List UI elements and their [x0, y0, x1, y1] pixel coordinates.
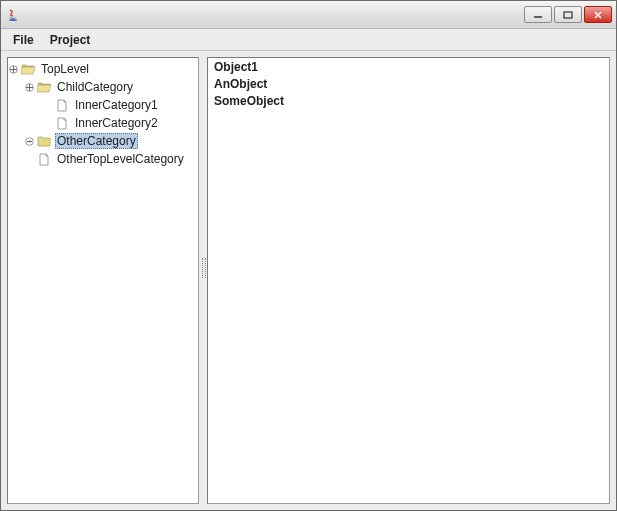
- tree-node-innercategory2[interactable]: InnerCategory2: [8, 114, 198, 132]
- tree-label: TopLevel: [39, 62, 91, 76]
- list-panel: Object1 AnObject SomeObject: [207, 57, 610, 504]
- tree-node-othertoplevelcategory[interactable]: OtherTopLevelCategory: [8, 150, 198, 168]
- expand-spacer: [42, 118, 52, 128]
- svg-rect-2: [564, 12, 572, 18]
- tree-label: OtherCategory: [55, 133, 138, 149]
- svg-point-0: [9, 19, 17, 21]
- close-button[interactable]: [584, 6, 612, 23]
- splitter[interactable]: [199, 57, 207, 504]
- expand-toggle[interactable]: [24, 82, 34, 92]
- expand-toggle[interactable]: [8, 64, 18, 74]
- list-item[interactable]: AnObject: [212, 77, 605, 94]
- folder-open-icon: [36, 80, 52, 94]
- tree-panel: TopLevel ChildCategory InnerCategory1: [7, 57, 199, 504]
- file-icon: [54, 98, 70, 112]
- menubar: File Project: [1, 29, 616, 51]
- tree-node-othercategory[interactable]: OtherCategory: [8, 132, 198, 150]
- tree-node-innercategory1[interactable]: InnerCategory1: [8, 96, 198, 114]
- menu-project[interactable]: Project: [42, 31, 99, 49]
- expand-spacer: [42, 100, 52, 110]
- minimize-button[interactable]: [524, 6, 552, 23]
- titlebar[interactable]: [1, 1, 616, 29]
- maximize-button[interactable]: [554, 6, 582, 23]
- window-controls: [524, 6, 612, 23]
- file-icon: [36, 152, 52, 166]
- tree-label: InnerCategory2: [73, 116, 160, 130]
- list-item[interactable]: SomeObject: [212, 94, 605, 111]
- content-area: TopLevel ChildCategory InnerCategory1: [1, 51, 616, 510]
- java-icon: [5, 7, 21, 23]
- expand-spacer: [24, 154, 34, 164]
- tree-node-childcategory[interactable]: ChildCategory: [8, 78, 198, 96]
- svg-point-13: [28, 140, 30, 142]
- tree-label: InnerCategory1: [73, 98, 160, 112]
- tree-label: ChildCategory: [55, 80, 135, 94]
- folder-open-icon: [20, 62, 36, 76]
- folder-icon: [36, 134, 52, 148]
- collapse-toggle[interactable]: [24, 136, 34, 146]
- file-icon: [54, 116, 70, 130]
- main-window: File Project TopLevel ChildC: [0, 0, 617, 511]
- list-item[interactable]: Object1: [212, 60, 605, 77]
- tree-label: OtherTopLevelCategory: [55, 152, 186, 166]
- menu-file[interactable]: File: [5, 31, 42, 49]
- tree-node-toplevel[interactable]: TopLevel: [8, 60, 198, 78]
